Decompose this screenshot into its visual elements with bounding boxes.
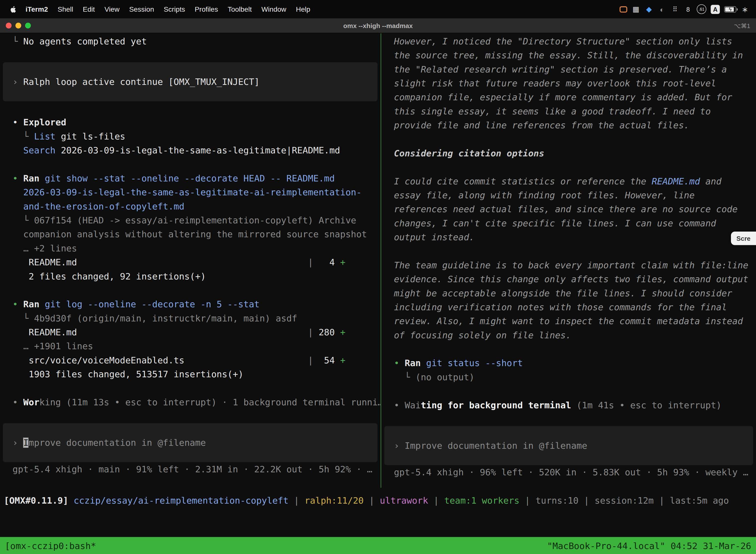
terminal-line: this single essay, it seems like a good … — [381, 104, 756, 118]
menu-items: iTerm2ShellEditViewSessionScriptsProfile… — [21, 5, 315, 13]
terminal-line: references need actual files, and since … — [381, 202, 756, 216]
battery-icon[interactable]: ϟ — [724, 6, 737, 12]
terminal-line: companion analysis without altering the … — [0, 227, 380, 241]
menu-item-iterm2[interactable]: iTerm2 — [21, 5, 53, 13]
text-segment: › — [394, 441, 404, 451]
terminal-line: └ List git ls-files — [0, 129, 380, 143]
text-segment: and — [700, 176, 721, 186]
text-segment: | — [308, 257, 313, 267]
text-segment: git show --stat --oneline --decorate HEA… — [45, 173, 334, 183]
battery-percent-icon[interactable]: .61 — [697, 4, 706, 14]
close-button[interactable] — [6, 22, 11, 28]
terminal-line: └ 4b9d30f (origin/main, instructkr/main,… — [0, 311, 380, 325]
tmux-host-clock: "MacBook-Pro-44.local" 04:52 31-Mar-26 — [547, 541, 751, 551]
text-segment: Improve documentation in @filename — [404, 441, 587, 451]
menu-extra-icon[interactable]: ∗ — [741, 4, 749, 15]
window-titlebar[interactable]: omx --xhigh --madmax ⌥⌘1 — [0, 18, 756, 33]
text-segment: … +2 lines — [13, 243, 77, 254]
dots-grid-icon[interactable]: ⠿ — [671, 4, 679, 15]
text-segment: • — [13, 299, 23, 309]
text-segment: including verification notes with those … — [394, 302, 727, 312]
text-segment: However, I noticed the "Directory Struct… — [394, 36, 732, 46]
terminal-line: companion file, especially if more comme… — [381, 90, 756, 104]
terminal-line — [0, 381, 380, 395]
text-segment: 280 — [313, 327, 340, 337]
minimize-button[interactable] — [15, 22, 21, 28]
text-segment: Ralph loop active continue [OMX_TMUX_INJ… — [23, 77, 260, 87]
menu-item-scripts[interactable]: Scripts — [159, 5, 190, 13]
text-segment: 2026-03-09-is-legal-the-same-as-legitima… — [13, 187, 362, 197]
menu-item-toolbelt[interactable]: Toolbelt — [223, 5, 256, 13]
terminal-line: › Improve documentation in @filename — [384, 439, 753, 452]
text-segment: | — [364, 495, 380, 506]
text-segment: cczip/essay/ai-reimplementation-copyleft — [74, 495, 289, 506]
terminal-line — [0, 48, 380, 62]
text-segment: ralph:11/20 — [305, 495, 364, 506]
keyboard-layout-icon[interactable]: 8 — [684, 4, 692, 15]
composer-input[interactable]: › Improve documentation in @filename — [384, 426, 753, 465]
model-status-line: gpt-5.4 xhigh · main · 91% left · 2.31M … — [0, 462, 380, 476]
text-segment: src/voice/voiceModeEnabled.ts — [13, 355, 308, 365]
tmux-status-bar: [omx-cczip0:bash* "MacBook-Pro-44.local"… — [0, 537, 756, 554]
text-segment: | — [578, 495, 594, 506]
terminal-line: However, I noticed the "Directory Struct… — [381, 34, 756, 48]
window-manager-icon[interactable]: ▦ — [632, 4, 640, 15]
blue-app-icon-glyph: ◆ — [646, 5, 651, 13]
text-segment: (11m 13s • esc to interrupt) · 1 backgro… — [61, 397, 380, 407]
text-segment: of focusing solely on file lines. — [394, 330, 571, 340]
dark-app-icon[interactable]: ◐ — [657, 4, 666, 15]
text-segment: last:5m ago — [670, 495, 729, 506]
pane-left[interactable]: └ No agents completed yet› Ralph loop ac… — [0, 33, 380, 488]
terminal-line: output instead. — [381, 230, 756, 244]
text-segment: review. Also, I might want to inspect th… — [394, 316, 743, 326]
terminal-line — [0, 283, 380, 297]
text-segment — [13, 145, 23, 155]
terminal-line: Search 2026-03-09-is-legal-the-same-as-l… — [0, 143, 380, 157]
terminal-line: might be acceptable alongside the file l… — [381, 286, 756, 300]
keyboard-layout-icon-glyph: 8 — [686, 5, 690, 13]
terminal-line — [381, 342, 756, 356]
text-segment: 4 — [313, 257, 340, 267]
text-segment: 2026-03-09-is-legal-the-same-as-legitima… — [56, 145, 340, 155]
menu-item-profiles[interactable]: Profiles — [190, 5, 223, 13]
text-segment: this single essay, it seems like a good … — [394, 106, 711, 116]
blue-app-icon[interactable]: ◆ — [645, 4, 653, 15]
terminal-line — [0, 157, 380, 171]
apple-menu-icon[interactable] — [7, 5, 20, 13]
composer-input[interactable]: › Improve documentation in @filename — [3, 423, 378, 462]
zoom-button[interactable] — [25, 22, 31, 28]
model-status-line: gpt-5.4 xhigh · 96% left · 520K in · 5.8… — [381, 465, 756, 479]
menu-item-edit[interactable]: Edit — [78, 5, 100, 13]
pane-right[interactable]: However, I noticed the "Directory Struct… — [381, 33, 756, 488]
terminal-line: gpt-5.4 xhigh · main · 91% left · 2.31M … — [0, 462, 380, 476]
text-segment: companion analysis without altering the … — [13, 229, 367, 239]
text-segment: (no output) — [416, 372, 475, 382]
text-segment: | — [289, 495, 305, 506]
text-segment: 2 files changed, 92 insertions(+) — [13, 271, 206, 281]
terminal-line: › Ralph loop active continue [OMX_TMUX_I… — [3, 75, 378, 89]
terminal-line: 2026-03-09-is-legal-the-same-as-legitima… — [0, 185, 380, 199]
text-segment: the "Related research writing" section i… — [394, 64, 727, 74]
agent-summary: └ No agents completed yet — [0, 34, 380, 62]
text-segment: Explored — [23, 117, 66, 127]
terminal-line: gpt-5.4 xhigh · 96% left · 520K in · 5.8… — [381, 465, 756, 479]
terminal-line: review. Also, I might want to inspect th… — [381, 314, 756, 328]
text-segment: 1903 files changed, 513517 insertions(+) — [13, 369, 244, 379]
screen-sharing-pill[interactable]: Scre — [731, 232, 756, 245]
menu-item-shell[interactable]: Shell — [53, 5, 78, 13]
menu-item-window[interactable]: Window — [256, 5, 291, 13]
terminal-line: • Ran git status --short — [381, 356, 756, 370]
terminal-line: the "Related research writing" section i… — [381, 62, 756, 76]
tmux-session-label: [omx-cczip0:bash* — [5, 541, 96, 551]
menu-item-session[interactable]: Session — [124, 5, 159, 13]
menu-item-view[interactable]: View — [100, 5, 124, 13]
input-source-icon[interactable]: A — [711, 4, 720, 14]
terminal-area: └ No agents completed yet› Ralph loop ac… — [0, 33, 756, 554]
screen-recording-indicator[interactable] — [620, 6, 627, 12]
terminal-line — [381, 244, 756, 258]
menu-left: iTerm2ShellEditViewSessionScriptsProfile… — [7, 5, 315, 13]
text-segment: git ls-files — [56, 131, 125, 142]
text-segment: | — [308, 327, 313, 337]
terminal-line — [381, 412, 756, 426]
menu-item-help[interactable]: Help — [291, 5, 315, 13]
